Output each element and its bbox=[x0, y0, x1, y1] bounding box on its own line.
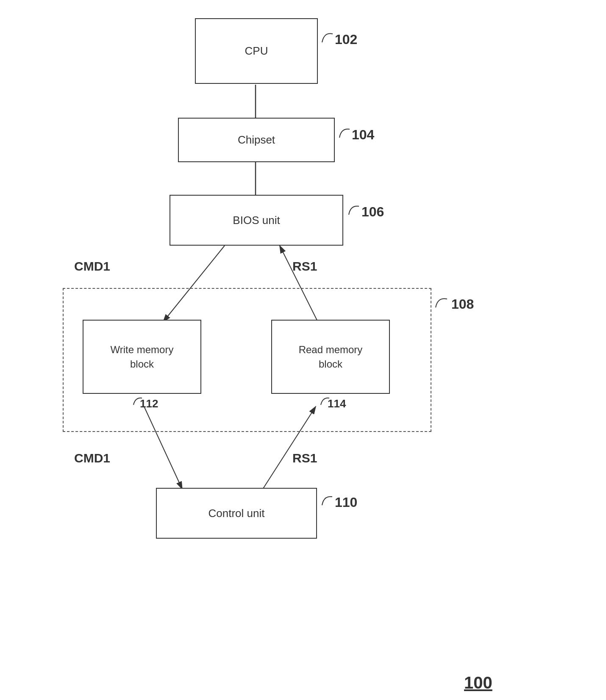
cmd1-top-label: CMD1 bbox=[74, 259, 110, 274]
read-block-box: Read memoryblock bbox=[271, 320, 390, 394]
diagram: CPU 102 Chipset 104 BIOS unit 106 CMD1 R… bbox=[0, 0, 606, 700]
chipset-label: Chipset bbox=[238, 133, 275, 147]
read-block-label: Read memoryblock bbox=[299, 343, 363, 371]
cmd1-bot-label: CMD1 bbox=[74, 451, 110, 465]
write-block-label: Write memoryblock bbox=[111, 343, 174, 371]
ref-curve-108 bbox=[432, 291, 458, 313]
ref-curve-102 bbox=[318, 25, 343, 51]
cpu-box: CPU bbox=[195, 18, 318, 84]
chipset-box: Chipset bbox=[178, 118, 335, 162]
rs1-top-label: RS1 bbox=[292, 259, 317, 274]
control-box: Control unit bbox=[156, 488, 317, 539]
cpu-label: CPU bbox=[245, 44, 268, 58]
control-label: Control unit bbox=[208, 507, 265, 520]
write-block-box: Write memoryblock bbox=[83, 320, 201, 394]
ref-curve-104 bbox=[336, 123, 359, 142]
bios-box: BIOS unit bbox=[170, 195, 343, 246]
figure-ref: 100 bbox=[464, 673, 492, 692]
ref-curve-112 bbox=[131, 393, 150, 408]
ref-curve-106 bbox=[345, 200, 369, 219]
ref-curve-110 bbox=[319, 490, 342, 509]
ref-curve-114 bbox=[319, 393, 338, 408]
bios-label: BIOS unit bbox=[233, 214, 280, 227]
rs1-bot-label: RS1 bbox=[292, 451, 317, 465]
